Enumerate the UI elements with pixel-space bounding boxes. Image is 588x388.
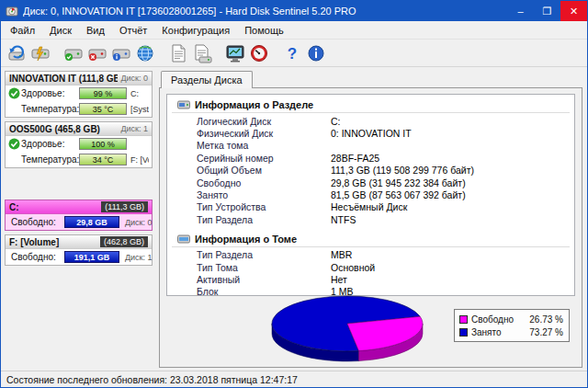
info-row: Тип УстройстваНесъёмный Диск	[169, 201, 572, 213]
health-label: Здоровье:	[21, 139, 79, 149]
legend-label: Свободно	[471, 314, 525, 325]
partition-letter: C:	[130, 89, 139, 98]
temperature-row: Температура: 35 °C [System-res...	[6, 101, 152, 117]
section-title: Информация о Разделе	[195, 99, 313, 110]
disk-info-icon[interactable]	[109, 41, 133, 65]
monitor-icon[interactable]	[223, 41, 247, 65]
partition-panel-c[interactable]: C: (111,3 GB) Свободно: 29,8 GB Диск: 0	[5, 200, 153, 231]
legend-row-free: Свободно 26.73 %	[459, 313, 563, 325]
partition-letter: F: [Volume]	[130, 155, 149, 165]
partition-panel-header: C: (111,3 GB)	[6, 200, 152, 214]
partition-name: C:	[9, 202, 19, 212]
svg-text:?: ?	[288, 45, 297, 63]
legend-value: 73.27 %	[525, 327, 563, 337]
info-value: Нет	[331, 274, 347, 285]
usage-chart-area: Свободно 26.73 % Занято 73.27 %	[166, 296, 575, 364]
content-area: INNOVATION IT (111,8 GB) Диск: 0 Здоровь…	[1, 67, 587, 371]
network-globe-icon[interactable]	[133, 41, 157, 65]
partition-panel-f[interactable]: F: [Volume] (462,8 GB) Свободно: 191,1 G…	[5, 234, 153, 266]
disk-number: Диск: 1	[125, 253, 153, 262]
info-label: Занято	[197, 189, 331, 200]
free-space-row: Свободно: 29,8 GB Диск: 0	[6, 214, 152, 230]
menu-report[interactable]: Отчёт	[112, 23, 154, 38]
info-label: Тип Раздела	[197, 249, 331, 260]
partition-size-badge: (111,3 GB)	[101, 201, 148, 212]
info-row: Логический ДискC:	[169, 115, 572, 127]
tab-strip: Разделы Диска	[159, 70, 582, 87]
disk-error-icon[interactable]	[85, 41, 109, 65]
menu-disk[interactable]: Диск	[42, 23, 79, 38]
disk-number: Диск: 0	[125, 218, 153, 227]
info-value: 111,3 GB (119 508 299 776 байт)	[331, 165, 474, 176]
info-value: 29,8 GB (31 945 232 384 байт)	[331, 177, 466, 188]
info-label: Физический Диск	[197, 128, 331, 139]
free-space-row: Свободно: 191,1 GB Диск: 1	[6, 249, 152, 265]
partition-info-box: Информация о Разделе Логический ДискC: Ф…	[166, 94, 575, 296]
refresh-disks-icon[interactable]	[5, 41, 28, 65]
disk-panel-header: INNOVATION IT (111,8 GB) Диск: 0	[6, 72, 152, 86]
toolbar-separator	[157, 41, 166, 65]
menu-file[interactable]: Файл	[3, 23, 42, 38]
partition-letter: [System-res...	[130, 105, 149, 114]
menu-view[interactable]: Вид	[79, 23, 112, 38]
toolbar: ?	[1, 40, 587, 67]
usage-pie-chart	[251, 291, 462, 370]
info-row: Тип РазделаNTFS	[169, 213, 572, 225]
info-value: 81,5 GB (87 563 067 392 байт)	[331, 189, 466, 200]
free-space-bar: 29,8 GB	[64, 216, 119, 228]
maximize-button[interactable]: ❐	[534, 1, 560, 21]
free-space-bar: 191,1 GB	[64, 251, 119, 263]
legend-swatch-free	[459, 315, 468, 324]
legend-value: 26.73 %	[525, 314, 563, 325]
info-value: NTFS	[331, 214, 356, 225]
partition-icon	[177, 99, 190, 110]
disk-panel-1[interactable]: OOS500G (465,8 GB) Диск: 1 Здоровье: 100…	[5, 121, 153, 168]
temperature-bar: 34 °C	[79, 154, 127, 165]
disk-panel-0[interactable]: INNOVATION IT (111,8 GB) Диск: 0 Здоровь…	[5, 71, 153, 118]
info-row: Тип РазделаMBR	[169, 249, 572, 261]
title-bar[interactable]: Диск: 0, INNOVATION IT [1736028001265] -…	[1, 1, 587, 21]
temperature-row: Температура: 34 °C F: [Volume]	[6, 152, 152, 167]
temperature-label: Температура:	[21, 154, 79, 165]
info-row: Свободно29,8 GB (31 945 232 384 байт)	[169, 177, 572, 188]
disk-ok-icon[interactable]	[62, 41, 85, 65]
health-ok-icon	[8, 87, 20, 99]
close-button[interactable]: ✕	[560, 1, 587, 21]
toolbar-separator	[271, 41, 280, 65]
app-window: Диск: 0, INNOVATION IT [1736028001265] -…	[0, 0, 588, 388]
menu-configuration[interactable]: Конфигурация	[154, 23, 237, 38]
info-row: АктивныйНет	[169, 273, 572, 285]
report-disk-icon[interactable]	[190, 41, 214, 65]
partition-size-badge: (462,8 GB)	[100, 236, 148, 247]
info-row: Серийный номер28BF-FA25	[169, 152, 572, 164]
info-label: Метка тома	[197, 140, 331, 151]
health-bar: 100 %	[79, 138, 127, 150]
volume-info-header: Информация о Томе	[172, 232, 570, 247]
info-label: Тип Устройства	[197, 201, 331, 212]
partition-info-header: Информация о Разделе	[172, 97, 570, 113]
health-row: Здоровье: 100 %	[6, 136, 152, 152]
info-value: Основной	[331, 262, 375, 273]
gauge-icon[interactable]	[247, 41, 271, 65]
main-panel: Разделы Диска Информация о Разделе Логич…	[155, 67, 587, 371]
info-value: 0: INNOVATION IT	[331, 128, 412, 139]
health-label: Здоровье:	[21, 88, 79, 98]
info-icon[interactable]	[304, 41, 328, 65]
info-row: Метка тома	[169, 140, 572, 152]
free-label: Свободно:	[11, 252, 64, 262]
legend-row-used: Занято 73.27 %	[459, 325, 563, 338]
help-icon[interactable]: ?	[280, 41, 304, 65]
info-label: Общий Объем	[197, 165, 331, 176]
volume-icon	[177, 234, 190, 245]
report-icon[interactable]	[166, 41, 190, 65]
spacer	[5, 172, 153, 200]
disk-name: INNOVATION IT (111,8 GB)	[9, 74, 118, 84]
health-bar: 99 %	[79, 87, 127, 99]
tab-disk-partitions[interactable]: Разделы Диска	[161, 71, 253, 88]
menu-help[interactable]: Помощь	[237, 23, 291, 38]
info-value: Несъёмный Диск	[331, 201, 407, 212]
disk-tools-icon[interactable]	[28, 41, 52, 65]
minimize-button[interactable]: –	[507, 1, 534, 21]
temperature-label: Температура:	[21, 104, 79, 114]
window-title: Диск: 0, INNOVATION IT [1736028001265] -…	[23, 6, 356, 17]
